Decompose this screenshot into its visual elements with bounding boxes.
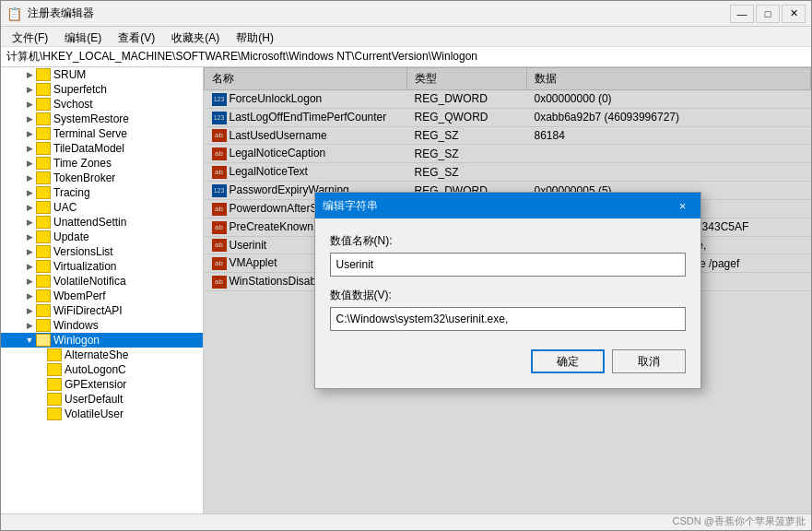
menu-edit[interactable]: 编辑(E) [57, 29, 109, 44]
tree-item[interactable]: ▶UAC [1, 200, 203, 215]
tree-item[interactable]: ▶SystemRestore [1, 112, 203, 126]
dialog-buttons: 确定 取消 [330, 349, 686, 373]
tree-item[interactable]: ▶TileDataModel [1, 141, 203, 156]
tree-item[interactable]: ▶VolatileNotifica [1, 274, 203, 289]
tree-arrow-icon: ▶ [23, 201, 36, 214]
tree-item-label: UnattendSettin [53, 216, 126, 229]
menu-help[interactable]: 帮助(H) [229, 29, 281, 44]
maximize-button[interactable]: □ [756, 5, 780, 23]
tree-item[interactable]: ▼Winlogon [1, 333, 203, 348]
minimize-button[interactable]: — [730, 5, 754, 23]
name-input[interactable] [330, 253, 686, 277]
right-panel: 名称 类型 数据 123ForceUnlockLogonREG_DWORD0x0… [204, 67, 811, 513]
folder-icon [36, 98, 51, 111]
title-bar: 📋 注册表编辑器 — □ ✕ [1, 1, 811, 27]
tree-item-label: UserDefault [65, 393, 123, 406]
cancel-button[interactable]: 取消 [612, 349, 686, 373]
tree-item[interactable]: VolatileUser [1, 407, 203, 421]
menu-bar: 文件(F) 编辑(E) 查看(V) 收藏夹(A) 帮助(H) [1, 27, 811, 47]
tree-item[interactable]: ▶WiFiDirectAPI [1, 303, 203, 318]
tree-item-label: SRUM [53, 68, 86, 81]
tree-arrow-icon: ▶ [23, 260, 36, 273]
tree-item-label: GPExtensior [65, 378, 126, 391]
folder-icon [36, 142, 51, 155]
tree-item[interactable]: GPExtensior [1, 377, 203, 392]
folder-icon [47, 363, 62, 376]
dialog-close-button[interactable]: × [673, 197, 693, 214]
folder-icon [36, 127, 51, 140]
tree-item-label: VolatileUser [65, 407, 124, 420]
tree-item-label: TileDataModel [53, 142, 124, 155]
tree-item[interactable]: ▶Virtualization [1, 259, 203, 274]
tree-scroll[interactable]: ▶SRUM▶Superfetch▶Svchost▶SystemRestore▶T… [1, 67, 203, 513]
tree-arrow-icon: ▶ [23, 304, 36, 317]
menu-favorites[interactable]: 收藏夹(A) [164, 29, 227, 44]
folder-icon [36, 216, 51, 229]
folder-icon [36, 275, 51, 288]
tree-item[interactable]: ▶Svchost [1, 97, 203, 112]
tree-item-label: Terminal Serve [53, 127, 127, 140]
dialog-titlebar: 编辑字符串 × [315, 193, 700, 218]
folder-icon [36, 319, 51, 332]
tree-item-label: VolatileNotifica [53, 275, 126, 288]
tree-item[interactable]: ▶Tracing [1, 185, 203, 200]
tree-item[interactable]: ▶WbemPerf [1, 289, 203, 303]
tree-arrow-icon: ▶ [23, 142, 36, 155]
address-text: 计算机\HKEY_LOCAL_MACHINE\SOFTWARE\Microsof… [6, 49, 477, 65]
folder-icon [36, 186, 51, 199]
tree-arrow-icon: ▶ [23, 319, 36, 332]
watermark: CSDN @香蕉你个苹果菠萝批 [673, 514, 806, 528]
data-input[interactable] [330, 307, 686, 331]
window-title: 注册表编辑器 [28, 6, 94, 21]
tree-arrow-icon [34, 363, 47, 376]
tree-item[interactable]: ▶Update [1, 230, 203, 244]
tree-item-label: VersionsList [53, 245, 113, 258]
close-button[interactable]: ✕ [782, 5, 806, 23]
tree-arrow-icon [34, 393, 47, 406]
tree-item[interactable]: ▶Windows [1, 318, 203, 333]
tree-arrow-icon: ▶ [23, 289, 36, 302]
tree-item-label: WiFiDirectAPI [53, 304, 123, 317]
tree-item[interactable]: AlternateShe [1, 348, 203, 362]
tree-item[interactable]: ▶VersionsList [1, 244, 203, 259]
folder-icon [36, 245, 51, 258]
tree-item[interactable]: ▶Time Zones [1, 156, 203, 171]
tree-arrow-icon: ▶ [23, 186, 36, 199]
tree-item-label: Winlogon [53, 334, 100, 347]
tree-arrow-icon [34, 407, 47, 420]
tree-item-label: Update [53, 230, 89, 243]
menu-file[interactable]: 文件(F) [5, 29, 55, 44]
tree-panel: ▶SRUM▶Superfetch▶Svchost▶SystemRestore▶T… [1, 67, 204, 513]
folder-icon [36, 171, 51, 184]
tree-arrow-icon: ▶ [23, 112, 36, 125]
tree-item[interactable]: ▶SRUM [1, 67, 203, 82]
window-controls: — □ ✕ [730, 5, 806, 23]
tree-item-label: Virtualization [53, 260, 116, 273]
folder-icon [47, 348, 62, 361]
folder-icon [36, 112, 51, 125]
tree-item[interactable]: UserDefault [1, 392, 203, 407]
dialog-overlay: 编辑字符串 × 数值名称(N): 数值数据(V): 确定 取消 [204, 67, 811, 513]
tree-item[interactable]: ▶Terminal Serve [1, 126, 203, 141]
tree-item[interactable]: ▶TokenBroker [1, 171, 203, 185]
tree-item-label: WbemPerf [53, 289, 106, 302]
tree-item-label: Time Zones [53, 157, 112, 170]
name-label: 数值名称(N): [330, 233, 686, 249]
tree-arrow-icon: ▶ [23, 171, 36, 184]
dialog-body: 数值名称(N): 数值数据(V): 确定 取消 [315, 218, 700, 388]
tree-arrow-icon: ▶ [23, 68, 36, 81]
tree-arrow-icon [34, 378, 47, 391]
folder-icon [47, 393, 62, 406]
folder-icon [36, 334, 51, 347]
tree-item[interactable]: ▶UnattendSettin [1, 215, 203, 230]
folder-icon [36, 289, 51, 302]
tree-item[interactable]: AutoLogonC [1, 362, 203, 377]
folder-icon [47, 407, 62, 420]
ok-button[interactable]: 确定 [531, 349, 605, 373]
tree-arrow-icon: ▶ [23, 157, 36, 170]
tree-item[interactable]: ▶Superfetch [1, 82, 203, 97]
tree-item-label: Tracing [53, 186, 90, 199]
tree-arrow-icon: ▶ [23, 275, 36, 288]
menu-view[interactable]: 查看(V) [111, 29, 162, 44]
tree-arrow-icon: ▶ [23, 127, 36, 140]
